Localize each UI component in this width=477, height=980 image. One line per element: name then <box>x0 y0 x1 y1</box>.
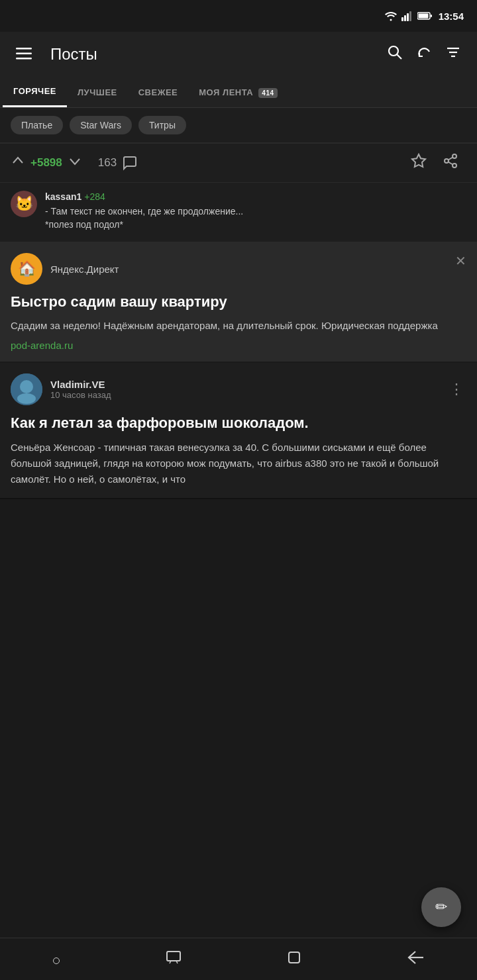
ad-close-button[interactable]: ✕ <box>455 253 466 269</box>
svg-rect-2 <box>407 13 409 21</box>
ad-header: 🏠 Яндекс.Директ <box>11 253 466 285</box>
page-title: Посты <box>50 45 374 64</box>
comment-text: - Там текст не окончен, где же продолжен… <box>45 205 243 231</box>
refresh-button[interactable] <box>411 39 437 70</box>
svg-rect-8 <box>16 53 32 55</box>
post-author-avatar <box>11 373 42 405</box>
svg-rect-25 <box>167 952 180 961</box>
share-icon <box>443 153 458 169</box>
post-text: Сеньёра Женсоар - типичная такая венесуэ… <box>11 440 466 487</box>
top-bar-icons <box>382 39 466 70</box>
commenter-avatar: 🐱 <box>11 191 37 217</box>
ad-source: Яндекс.Директ <box>50 264 119 275</box>
filter-button[interactable] <box>440 39 466 70</box>
chip-starwars[interactable]: Star Wars <box>70 116 132 134</box>
svg-line-11 <box>398 55 402 60</box>
bottom-navigation <box>0 938 477 980</box>
post-menu-button[interactable]: ⋮ <box>447 378 466 401</box>
chip-titry[interactable]: Титры <box>138 116 186 134</box>
svg-rect-9 <box>16 58 32 60</box>
vote-section: +5898 <box>11 154 82 172</box>
star-icon <box>411 153 427 169</box>
svg-rect-1 <box>404 15 406 21</box>
tab-fresh[interactable]: СВЕЖЕЕ <box>128 78 189 107</box>
svg-rect-5 <box>418 14 428 19</box>
tab-feed[interactable]: МОЯ ЛЕНТА 414 <box>188 78 288 107</box>
svg-line-19 <box>449 162 453 165</box>
svg-point-10 <box>389 46 398 56</box>
downvote-button[interactable] <box>68 154 82 172</box>
chip-platye[interactable]: Платье <box>11 116 63 134</box>
tab-best[interactable]: ЛУЧШЕЕ <box>67 78 128 107</box>
favorite-button[interactable] <box>403 153 435 173</box>
comment-preview: 🐱 kassan1+284 - Там текст не окончен, гд… <box>0 183 477 242</box>
svg-line-20 <box>449 158 453 160</box>
comment-icon <box>122 155 138 171</box>
wifi-icon <box>384 11 398 21</box>
battery-icon <box>417 12 432 20</box>
comment-count: 163 <box>98 156 117 170</box>
post-header: Vladimir.VE 10 часов назад ⋮ <box>11 373 466 405</box>
svg-point-18 <box>452 164 456 168</box>
fab-edit-icon: ✏ <box>435 899 447 916</box>
nav-back-button[interactable] <box>149 946 198 973</box>
svg-point-24 <box>53 957 59 963</box>
nav-circle-button[interactable] <box>37 946 76 973</box>
ad-description: Сдадим за неделю! Надёжным арендаторам, … <box>11 318 466 334</box>
status-time: 13:54 <box>439 11 464 22</box>
ad-link[interactable]: pod-arenda.ru <box>11 340 466 351</box>
commenter-score: +284 <box>84 191 105 202</box>
comment-content: kassan1+284 - Там текст не окончен, где … <box>45 191 243 231</box>
chips-row: Платье Star Wars Титры <box>0 108 477 143</box>
signal-icon <box>401 11 413 21</box>
svg-point-17 <box>445 159 449 163</box>
comment-section[interactable]: 163 <box>98 155 138 171</box>
menu-button[interactable] <box>11 40 37 69</box>
nav-back-arrow-button[interactable] <box>390 945 441 974</box>
post-actions-bar: +5898 163 <box>0 144 477 183</box>
ad-avatar: 🏠 <box>11 253 42 285</box>
svg-rect-7 <box>16 48 32 50</box>
top-bar: Посты <box>0 32 477 77</box>
post-meta: Vladimir.VE 10 часов назад <box>50 379 439 400</box>
post-title: Как я летал за фарфоровым шоколадом. <box>11 413 466 433</box>
tab-hot[interactable]: ГОРЯЧЕЕ <box>3 77 67 107</box>
svg-point-16 <box>452 154 456 158</box>
post-time: 10 часов назад <box>50 390 439 400</box>
fab-button[interactable]: ✏ <box>421 887 461 927</box>
svg-rect-3 <box>409 11 411 21</box>
nav-square-button[interactable] <box>272 946 317 973</box>
vote-count: +5898 <box>30 156 62 170</box>
tabs-row: ГОРЯЧЕЕ ЛУЧШЕЕ СВЕЖЕЕ МОЯ ЛЕНТА 414 <box>0 77 477 108</box>
svg-rect-0 <box>401 17 403 21</box>
svg-point-22 <box>20 380 33 393</box>
search-button[interactable] <box>382 39 408 70</box>
status-icons: 13:54 <box>384 11 464 22</box>
svg-marker-15 <box>412 154 425 167</box>
commenter-username: kassan1 <box>45 191 81 202</box>
ad-block: ✕ 🏠 Яндекс.Директ Быстро садим вашу квар… <box>0 242 477 363</box>
post-block: Vladimir.VE 10 часов назад ⋮ Как я летал… <box>0 363 477 499</box>
status-bar: 13:54 <box>0 0 477 32</box>
share-button[interactable] <box>435 153 466 173</box>
feed-badge: 414 <box>258 88 277 98</box>
svg-rect-28 <box>289 952 299 963</box>
ad-title: Быстро садим вашу квартиру <box>11 293 466 312</box>
upvote-button[interactable] <box>11 154 25 172</box>
post-author-username: Vladimir.VE <box>50 379 439 390</box>
svg-point-23 <box>17 393 36 404</box>
svg-rect-6 <box>431 15 432 17</box>
